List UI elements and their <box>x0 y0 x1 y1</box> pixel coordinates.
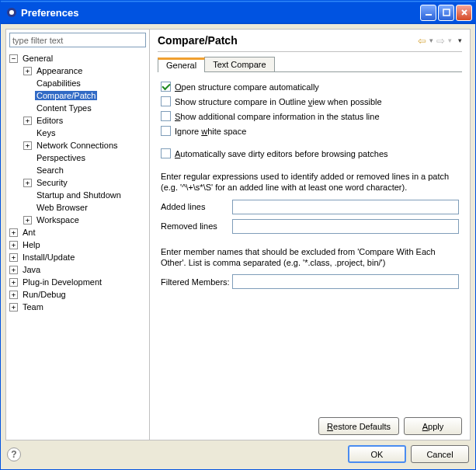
tree-spacer <box>23 191 32 200</box>
show-additional-checkbox[interactable] <box>161 111 171 121</box>
exclude-description: Enter member names that should be exclud… <box>161 246 459 269</box>
tree-item-label: Content Types <box>35 103 93 113</box>
tree-item[interactable]: +Appearance <box>6 64 149 77</box>
tree-item[interactable]: +Editors <box>6 114 149 127</box>
tree-item[interactable]: +Security <box>6 176 149 189</box>
expand-icon[interactable]: + <box>23 179 32 187</box>
tree-item-label: Workspace <box>35 215 81 225</box>
open-structure-label: Open structure compare automatically <box>175 82 319 92</box>
tree-item-label: Perspectives <box>35 153 87 162</box>
added-lines-label: Added lines <box>161 202 232 211</box>
tree-item[interactable]: Search <box>6 164 149 176</box>
preferences-window: Preferences −General+AppearanceCapabilit… <box>0 0 476 470</box>
cancel-button[interactable]: Cancel <box>411 445 469 463</box>
expand-icon[interactable]: + <box>9 303 18 312</box>
tree-item-label: Startup and Shutdown <box>35 190 123 200</box>
app-icon <box>5 6 18 19</box>
tree-item[interactable]: +Java <box>6 263 149 276</box>
tree-item[interactable]: +Network Connections <box>6 139 149 151</box>
tree-item-label: Team <box>21 302 45 312</box>
tree-item[interactable]: +Run/Debug <box>6 288 149 301</box>
tree-item-label: Editors <box>35 116 64 125</box>
collapse-icon[interactable]: − <box>9 54 18 63</box>
tree-item[interactable]: Compare/Patch <box>6 89 149 102</box>
tab-text-compare[interactable]: Text Compare <box>204 57 274 71</box>
svg-rect-3 <box>443 9 450 16</box>
filter-input[interactable] <box>9 33 146 47</box>
tree-spacer <box>23 204 32 212</box>
filtered-members-label: Filtered Members: <box>161 277 232 287</box>
tree-spacer <box>23 129 32 138</box>
regex-description: Enter regular expressions used to identi… <box>161 171 459 193</box>
tree-item-label: Capabilities <box>35 78 82 88</box>
expand-icon[interactable]: + <box>9 278 18 287</box>
menu-icon[interactable]: ▾ <box>458 37 462 44</box>
close-button[interactable] <box>456 5 472 21</box>
tree-item[interactable]: +Install/Update <box>6 251 149 263</box>
tree-spacer <box>23 92 32 100</box>
tree-item-label: Run/Debug <box>21 290 68 299</box>
tree-item-label: Help <box>21 240 42 249</box>
tree-spacer <box>23 104 32 113</box>
filtered-members-input[interactable] <box>232 274 459 289</box>
removed-lines-input[interactable] <box>232 219 459 234</box>
expand-icon[interactable]: + <box>23 67 32 75</box>
help-icon[interactable]: ? <box>7 447 21 461</box>
apply-button[interactable]: Apply <box>404 417 462 435</box>
page-title: Compare/Patch <box>158 34 418 47</box>
tree-item-label: Security <box>35 178 69 187</box>
expand-icon[interactable]: + <box>9 228 18 237</box>
ignore-whitespace-label: Ignore white space <box>175 127 246 136</box>
expand-icon[interactable]: + <box>9 253 18 262</box>
auto-save-checkbox[interactable] <box>161 148 171 158</box>
chevron-down-icon: ▾ <box>448 37 452 44</box>
tree-item-label: Ant <box>21 228 37 237</box>
tree-item-label: Java <box>21 265 42 274</box>
open-structure-checkbox[interactable] <box>161 82 171 92</box>
expand-icon[interactable]: + <box>9 291 18 299</box>
tree-item[interactable]: +Team <box>6 301 149 313</box>
minimize-button[interactable] <box>420 5 436 21</box>
auto-save-label: Automatically save dirty editors before … <box>175 149 388 158</box>
expand-icon[interactable]: + <box>9 266 18 274</box>
expand-icon[interactable]: + <box>23 216 32 225</box>
show-additional-label: Show additional compare information in t… <box>175 112 380 121</box>
tree-item[interactable]: +Help <box>6 238 149 251</box>
tree-item[interactable]: Perspectives <box>6 151 149 164</box>
tree-item[interactable]: Startup and Shutdown <box>6 189 149 201</box>
right-pane: Compare/Patch ⇦ ▾ ⇨ ▾ ▾ General Text Com… <box>150 30 470 440</box>
tree-item-label: General <box>21 54 54 63</box>
show-outline-checkbox[interactable] <box>161 96 171 106</box>
restore-defaults-button[interactable]: Restore Defaults <box>318 417 399 435</box>
chevron-down-icon[interactable]: ▾ <box>429 37 433 44</box>
svg-rect-2 <box>426 14 432 16</box>
tab-general[interactable]: General <box>158 57 205 72</box>
tree-item[interactable]: −General <box>6 52 149 64</box>
svg-point-1 <box>9 10 14 15</box>
ok-button[interactable]: OK <box>348 445 406 463</box>
maximize-button[interactable] <box>438 5 454 21</box>
tree-item[interactable]: Keys <box>6 127 149 139</box>
expand-icon[interactable]: + <box>23 117 32 125</box>
expand-icon[interactable]: + <box>9 241 18 249</box>
tree-item-label: Web Browser <box>35 203 89 212</box>
ignore-whitespace-checkbox[interactable] <box>161 126 171 136</box>
tree-item[interactable]: Content Types <box>6 102 149 114</box>
tree-spacer <box>23 79 32 88</box>
left-pane: −General+AppearanceCapabilitiesCompare/P… <box>6 30 150 440</box>
tree-item[interactable]: +Workspace <box>6 214 149 226</box>
tree-item[interactable]: Capabilities <box>6 77 149 89</box>
tree-item-label: Compare/Patch <box>35 91 97 100</box>
preferences-tree[interactable]: −General+AppearanceCapabilitiesCompare/P… <box>6 50 149 440</box>
show-outline-label: Show structure compare in Outline view w… <box>175 97 382 106</box>
tree-item[interactable]: Web Browser <box>6 201 149 214</box>
tree-item[interactable]: +Ant <box>6 226 149 238</box>
back-icon[interactable]: ⇦ <box>418 35 426 47</box>
tab-header: General Text Compare <box>158 57 462 72</box>
tree-spacer <box>23 166 32 175</box>
added-lines-input[interactable] <box>232 200 459 214</box>
tree-item-label: Keys <box>35 128 57 138</box>
tree-item-label: Install/Update <box>21 252 76 262</box>
expand-icon[interactable]: + <box>23 141 32 150</box>
tree-item[interactable]: +Plug-in Development <box>6 276 149 288</box>
